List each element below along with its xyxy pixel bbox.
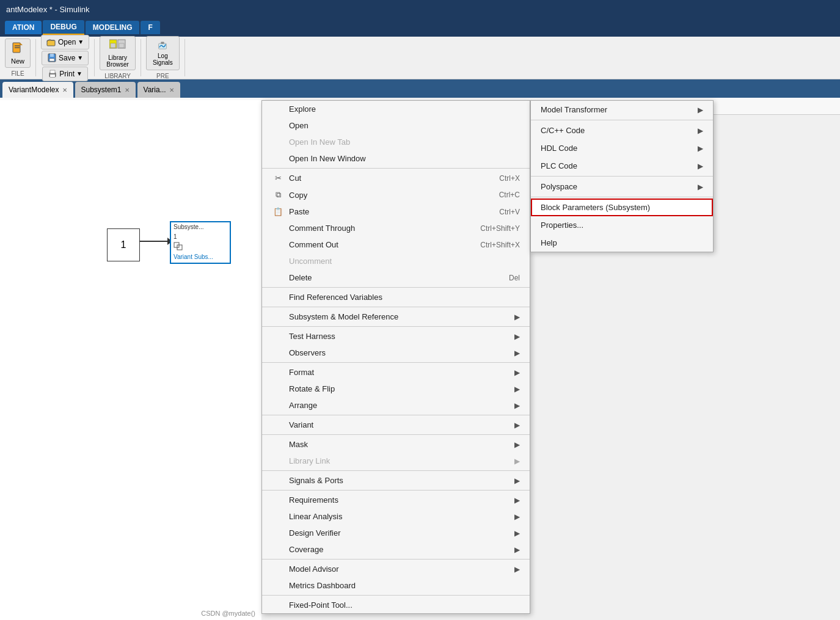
menu-comment-out[interactable]: Comment Out Ctrl+Shift+X (262, 236, 530, 253)
menu-mask[interactable]: Mask ▶ (262, 436, 530, 453)
menu-coverage-label: Coverage (289, 545, 323, 554)
menu-open-new-window[interactable]: Open In New Window (262, 150, 530, 167)
svg-rect-9 (50, 70, 55, 73)
menu-mask-label: Mask (289, 440, 308, 449)
svg-rect-10 (50, 75, 55, 77)
save-button[interactable]: Save ▼ (42, 51, 89, 65)
polyspace-arrow: ▶ (698, 183, 703, 191)
tab-variantmodelex[interactable]: VariantModelex ✕ (2, 82, 73, 98)
menu-signals-ports-label: Signals & Ports (289, 476, 343, 485)
library-browser-button[interactable]: LibraryBrowser (100, 36, 136, 70)
menu-test-harness[interactable]: Test Harness ▶ (262, 328, 530, 345)
menu-arrange-label: Arrange (289, 401, 317, 410)
menu-rotate-flip[interactable]: Rotate & Flip ▶ (262, 381, 530, 397)
block-constant[interactable]: 1 (107, 228, 140, 261)
toolbar-new-section: New FILE (0, 39, 36, 76)
menu-find-ref-vars[interactable]: Find Referenced Variables (262, 289, 530, 305)
submenu-model-transformer[interactable]: Model Transformer ▶ (531, 101, 713, 119)
tab-subsystem1[interactable]: Subsystem1 ✕ (75, 82, 136, 98)
menu-metrics-dashboard[interactable]: Metrics Dashboard (262, 577, 530, 594)
menu-format[interactable]: Format ▶ (262, 364, 530, 381)
menu-subsystem-model-ref-label: Subsystem & Model Reference (289, 312, 398, 321)
menu-explore[interactable]: Explore (262, 101, 530, 117)
observers-arrow: ▶ (514, 349, 520, 357)
menu-fixed-point-tool[interactable]: Fixed-Point Tool... (262, 597, 530, 613)
tab-subsystem1-close[interactable]: ✕ (125, 87, 130, 93)
menu-library-link-label: Library Link (289, 456, 330, 465)
submenu-c-cpp-code-label: C/C++ Code (541, 126, 585, 135)
tab-variantmodelex-close[interactable]: ✕ (62, 87, 67, 93)
open-button[interactable]: Open ▼ (41, 35, 89, 49)
submenu-help[interactable]: Help (531, 234, 713, 252)
submenu-hdl-code-label: HDL Code (541, 144, 577, 153)
cut-shortcut: Ctrl+X (499, 174, 520, 183)
submenu-properties-label: Properties... (541, 221, 583, 230)
rotate-flip-arrow: ▶ (514, 385, 520, 393)
tab-modeling[interactable]: MODELING (86, 21, 140, 34)
model-advisor-arrow: ▶ (514, 565, 520, 574)
sep8 (262, 470, 530, 471)
tab-varia-label: Varia... (144, 86, 166, 94)
new-button[interactable]: New (5, 38, 31, 68)
tab-ation[interactable]: ATION (5, 21, 42, 34)
menu-signals-ports[interactable]: Signals & Ports ▶ (262, 472, 530, 489)
menu-arrange[interactable]: Arrange ▶ (262, 397, 530, 414)
save-label: Save (59, 54, 75, 62)
connector-line (140, 241, 170, 242)
comment-out-shortcut: Ctrl+Shift+X (480, 241, 520, 249)
menu-comment-out-label: Comment Out (289, 240, 338, 249)
comment-through-shortcut: Ctrl+Shift+Y (480, 224, 520, 233)
menu-coverage[interactable]: Coverage ▶ (262, 541, 530, 558)
tab-f[interactable]: F (141, 21, 159, 34)
diagram-content: 1 Subsyste... 1 Variant Subs... (0, 100, 261, 620)
menu-copy[interactable]: ⧉Copy Ctrl+C (262, 186, 530, 203)
menu-cut[interactable]: ✂Cut Ctrl+X (262, 170, 530, 186)
menu-model-advisor[interactable]: Model Advisor ▶ (262, 561, 530, 577)
library-browser-label: LibraryBrowser (106, 54, 129, 68)
menu-subsystem-model-ref[interactable]: Subsystem & Model Reference ▶ (262, 308, 530, 325)
submenu-hdl-code[interactable]: HDL Code ▶ (531, 139, 713, 157)
submenu-polyspace-label: Polyspace (541, 182, 577, 191)
log-signals-button[interactable]: LogSignals (146, 36, 180, 70)
submenu-plc-code[interactable]: PLC Code ▶ (531, 157, 713, 175)
tab-variantmodelex-label: VariantModelex (9, 86, 59, 94)
toolbar-row-1: Open ▼ (41, 35, 89, 49)
sep1 (262, 168, 530, 169)
svg-rect-7 (49, 59, 54, 61)
submenu-sep2 (531, 176, 713, 177)
menu-delete[interactable]: Delete Del (262, 269, 530, 286)
menu-paste-label: Paste (289, 207, 309, 216)
menu-comment-through[interactable]: Comment Through Ctrl+Shift+Y (262, 220, 530, 236)
menu-design-verifier[interactable]: Design Verifier ▶ (262, 525, 530, 541)
menu-linear-analysis[interactable]: Linear Analysis ▶ (262, 508, 530, 525)
menu-metrics-dashboard-label: Metrics Dashboard (289, 581, 356, 590)
menu-requirements[interactable]: Requirements ▶ (262, 492, 530, 508)
copy-shortcut: Ctrl+C (499, 191, 520, 199)
block-subsystem[interactable]: Subsyste... 1 Variant Subs... (170, 221, 231, 264)
toolbar: New FILE Open ▼ Save ▼ Print ▼ (0, 37, 840, 79)
design-verifier-arrow: ▶ (514, 529, 520, 538)
library-section-label: LIBRARY (104, 73, 131, 79)
menu-design-verifier-label: Design Verifier (289, 528, 341, 538)
submenu-block-parameters[interactable]: Block Parameters (Subsystem) (531, 199, 713, 216)
menu-open[interactable]: Open (262, 117, 530, 134)
tab-varia-close[interactable]: ✕ (169, 87, 174, 93)
test-harness-arrow: ▶ (514, 332, 520, 341)
tab-varia[interactable]: Varia... ✕ (137, 82, 180, 98)
print-button[interactable]: Print ▼ (42, 67, 88, 81)
menu-paste[interactable]: 📋Paste Ctrl+V (262, 203, 530, 220)
menu-variant[interactable]: Variant ▶ (262, 417, 530, 433)
block-subsystem-label: Subsyste... (173, 224, 203, 230)
menu-delete-label: Delete (289, 273, 312, 282)
submenu-polyspace[interactable]: Polyspace ▶ (531, 178, 713, 195)
pre-section-label: PRE (156, 73, 169, 79)
tab-debug[interactable]: DEBUG (43, 20, 84, 35)
submenu-c-cpp-code[interactable]: C/C++ Code ▶ (531, 122, 713, 139)
menu-library-link: Library Link ▶ (262, 453, 530, 469)
open-label: Open (58, 38, 76, 46)
copy-icon: ⧉ (272, 190, 284, 200)
submenu-properties[interactable]: Properties... (531, 216, 713, 234)
canvas-area: 1 Subsyste... 1 Variant Subs... CSDN @my… (0, 100, 261, 620)
toolbar-file-section: Open ▼ Save ▼ Print ▼ (36, 39, 95, 76)
menu-observers[interactable]: Observers ▶ (262, 345, 530, 361)
